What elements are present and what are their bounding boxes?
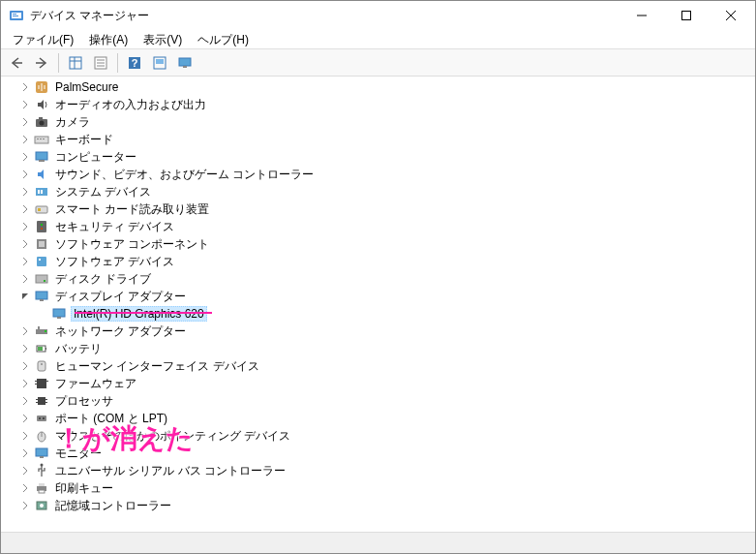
expand-toggle[interactable] xyxy=(18,80,32,94)
expand-toggle[interactable] xyxy=(18,185,32,199)
tree-node[interactable]: ソフトウェア デバイス xyxy=(1,253,755,270)
expand-toggle[interactable] xyxy=(18,168,32,181)
tree-node-label: ユニバーサル シリアル バス コントローラー xyxy=(53,463,287,479)
svg-rect-62 xyxy=(46,381,48,382)
svg-rect-52 xyxy=(38,326,40,329)
menu-bar: ファイル(F) 操作(A) 表示(V) ヘルプ(H) xyxy=(1,30,755,49)
tree-node[interactable]: スマート カード読み取り装置 xyxy=(1,200,755,218)
expand-toggle[interactable] xyxy=(18,324,32,338)
tree-node[interactable]: 印刷キュー xyxy=(1,479,755,497)
expand-toggle[interactable] xyxy=(18,499,32,512)
svg-rect-68 xyxy=(37,416,46,421)
tree-node[interactable]: マウスとそのほかのポインティング デバイス xyxy=(1,427,755,445)
menu-view[interactable]: 表示(V) xyxy=(136,30,190,48)
expand-toggle[interactable] xyxy=(18,377,32,390)
maximize-button[interactable] xyxy=(664,1,709,30)
expand-toggle[interactable] xyxy=(18,429,32,443)
usb-icon xyxy=(34,463,49,478)
mouse-icon xyxy=(34,428,49,444)
tree-node[interactable]: セキュリティ デバイス xyxy=(1,218,755,235)
svg-rect-67 xyxy=(45,402,47,403)
expand-toggle[interactable] xyxy=(18,150,32,164)
window-controls xyxy=(620,1,753,30)
tree-node[interactable]: ヒューマン インターフェイス デバイス xyxy=(1,357,755,375)
close-button[interactable] xyxy=(709,1,753,30)
back-button[interactable] xyxy=(5,51,28,75)
expand-toggle[interactable] xyxy=(18,464,32,477)
tree-node-label: Intel(R) HD Graphics 620 xyxy=(71,306,207,322)
computer-icon xyxy=(34,149,49,165)
svg-rect-2 xyxy=(13,14,16,15)
properties-button[interactable] xyxy=(89,51,112,75)
expand-toggle[interactable] xyxy=(18,220,32,233)
tree-view[interactable]: PalmSecureオーディオの入力および出力カメラキーボードコンピューターサウ… xyxy=(1,77,755,532)
expand-toggle[interactable] xyxy=(18,290,32,303)
expand-toggle[interactable] xyxy=(18,133,32,146)
tree-node[interactable]: カメラ xyxy=(1,113,755,131)
menu-help[interactable]: ヘルプ(H) xyxy=(190,30,257,48)
tree-node[interactable]: ユニバーサル シリアル バス コントローラー xyxy=(1,462,755,479)
svg-rect-55 xyxy=(45,348,46,350)
printer-icon xyxy=(34,480,49,496)
tree-node[interactable]: ディスプレイ アダプター xyxy=(1,288,755,305)
expand-toggle[interactable] xyxy=(18,359,32,373)
expand-toggle[interactable] xyxy=(18,481,32,495)
hid-icon xyxy=(34,358,49,374)
tree-node-label: コンピューター xyxy=(53,149,138,166)
tree-node[interactable]: システム デバイス xyxy=(1,183,755,200)
monitor-button[interactable] xyxy=(173,51,197,75)
expand-toggle[interactable] xyxy=(18,412,32,425)
svg-rect-21 xyxy=(179,58,191,66)
tree-node[interactable]: ファームウェア xyxy=(1,375,755,392)
scan-button[interactable] xyxy=(148,51,171,75)
tree-node[interactable]: プロセッサ xyxy=(1,392,755,410)
svg-rect-74 xyxy=(40,456,44,458)
storage-icon xyxy=(34,498,49,513)
menu-file[interactable]: ファイル(F) xyxy=(5,30,81,48)
title-bar: デバイス マネージャー xyxy=(1,1,755,30)
svg-point-46 xyxy=(44,280,45,282)
window-title: デバイス マネージャー xyxy=(30,8,620,24)
tree-node[interactable]: Intel(R) HD Graphics 620 xyxy=(1,305,755,323)
expand-toggle[interactable] xyxy=(18,255,32,268)
tree-node[interactable]: サウンド、ビデオ、およびゲーム コントローラー xyxy=(1,166,755,183)
expand-toggle[interactable] xyxy=(18,202,32,216)
expand-toggle[interactable] xyxy=(18,394,32,408)
expand-toggle[interactable] xyxy=(18,98,32,111)
expand-toggle[interactable] xyxy=(18,342,32,355)
tree-node[interactable]: キーボード xyxy=(1,131,755,148)
tree-node[interactable]: 記憶域コントローラー xyxy=(1,497,755,514)
help-button[interactable]: ? xyxy=(123,51,146,75)
tree-node[interactable]: ネットワーク アダプター xyxy=(1,323,755,340)
svg-rect-59 xyxy=(37,379,46,388)
svg-rect-38 xyxy=(37,221,46,232)
svg-rect-22 xyxy=(183,66,187,68)
tree-node-label: ソフトウェア コンポーネント xyxy=(53,236,211,253)
tree-node[interactable]: コンピューター xyxy=(1,148,755,166)
expand-toggle[interactable] xyxy=(18,237,32,251)
network-icon xyxy=(34,323,49,339)
svg-point-80 xyxy=(40,504,44,508)
tree-node[interactable]: モニター xyxy=(1,445,755,462)
expand-toggle[interactable] xyxy=(18,446,32,460)
tree-node[interactable]: ソフトウェア コンポーネント xyxy=(1,235,755,253)
svg-rect-73 xyxy=(36,448,47,456)
tree-node[interactable]: PalmSecure xyxy=(1,78,755,96)
tree-node-label: ソフトウェア デバイス xyxy=(53,254,176,270)
detail-view-button[interactable] xyxy=(64,51,87,75)
monitor-icon xyxy=(34,446,49,461)
battery-icon xyxy=(34,341,49,356)
forward-button[interactable] xyxy=(30,51,53,75)
minimize-button[interactable] xyxy=(620,1,664,30)
svg-point-40 xyxy=(41,228,43,230)
expand-toggle[interactable] xyxy=(18,272,32,286)
tree-node[interactable]: ポート (COM と LPT) xyxy=(1,410,755,427)
menu-action[interactable]: 操作(A) xyxy=(81,30,136,48)
svg-point-53 xyxy=(45,330,46,332)
expand-toggle[interactable] xyxy=(18,115,32,129)
svg-rect-37 xyxy=(38,208,41,211)
svg-rect-36 xyxy=(36,206,47,213)
tree-node[interactable]: オーディオの入力および出力 xyxy=(1,96,755,113)
tree-node[interactable]: ディスク ドライブ xyxy=(1,270,755,288)
tree-node[interactable]: バッテリ xyxy=(1,340,755,357)
